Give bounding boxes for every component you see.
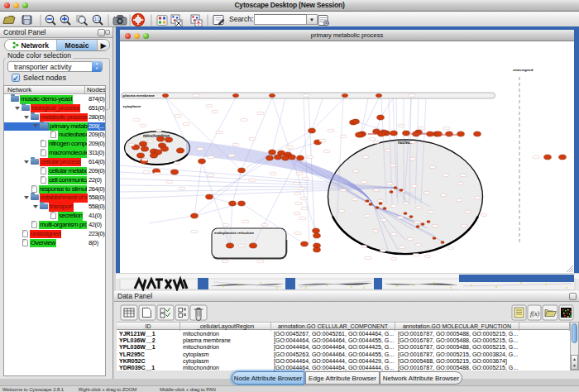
svg-text:endoplasmic reticulum: endoplasmic reticulum bbox=[214, 231, 254, 235]
svg-text:f(x): f(x) bbox=[530, 310, 539, 318]
svg-text:cytoplasm: cytoplasm bbox=[123, 104, 141, 108]
svg-text:1:1: 1:1 bbox=[94, 17, 100, 22]
svg-text:unassigned: unassigned bbox=[513, 68, 534, 72]
svg-text:mitochondrion: mitochondrion bbox=[143, 134, 170, 138]
svg-text:plasma membrane: plasma membrane bbox=[123, 93, 156, 98]
